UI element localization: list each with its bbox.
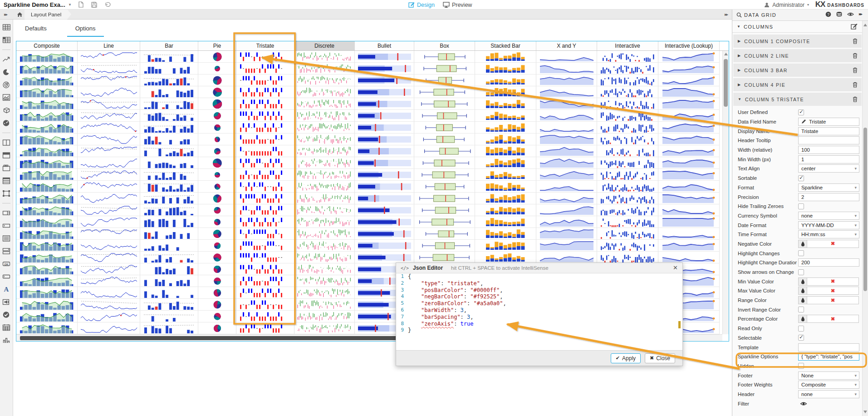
composite-sparkline-cell[interactable]	[16, 204, 78, 216]
tristate-sparkline-cell[interactable]	[236, 204, 294, 216]
line-sparkline-cell[interactable]	[78, 322, 140, 334]
pie-sparkline-cell[interactable]	[198, 51, 236, 63]
interactive-sparkline-cell[interactable]	[597, 98, 658, 110]
bullet-sparkline-cell[interactable]	[355, 157, 414, 169]
tristate-sparkline-cell[interactable]	[236, 252, 294, 263]
interactive-sparkline-cell[interactable]	[597, 157, 658, 169]
discrete-sparkline-cell[interactable]	[294, 263, 355, 275]
user-defined-checkbox[interactable]	[798, 109, 804, 115]
list-box-icon[interactable]	[1, 234, 11, 243]
bar-sparkline-cell[interactable]	[140, 263, 198, 275]
discrete-sparkline-cell[interactable]	[294, 134, 355, 145]
xy-sparkline-cell[interactable]	[536, 51, 597, 63]
tristate-sparkline-cell[interactable]	[236, 74, 294, 86]
check-toggle-icon[interactable]	[1, 310, 11, 319]
dashboard-title[interactable]: Sparkline Demo Exa...	[4, 1, 65, 8]
pie-sparkline-cell[interactable]	[198, 98, 236, 110]
pie-chart-icon[interactable]	[1, 68, 11, 77]
column-header-interactive-lookup-[interactable]: Interactive (Lookup)	[658, 41, 720, 50]
cube-chart-icon[interactable]	[1, 106, 11, 115]
accordion-icon[interactable]	[1, 176, 11, 185]
discrete-sparkline-cell[interactable]	[294, 110, 355, 122]
lookup-sparkline-cell[interactable]	[658, 145, 720, 157]
data-source-icon[interactable]	[836, 11, 842, 17]
delete-column-icon[interactable]	[853, 67, 858, 75]
xy-sparkline-cell[interactable]	[536, 134, 597, 145]
pie-sparkline-cell[interactable]	[198, 252, 236, 263]
xy-sparkline-cell[interactable]	[536, 98, 597, 110]
discrete-sparkline-cell[interactable]	[294, 252, 355, 263]
tab-options[interactable]: Options	[67, 25, 104, 37]
pie-sparkline-cell[interactable]	[198, 204, 236, 216]
line-sparkline-cell[interactable]	[78, 275, 140, 287]
column-header-pie[interactable]: Pie	[198, 41, 236, 50]
bullet-sparkline-cell[interactable]	[355, 204, 414, 216]
bar-sparkline-cell[interactable]	[140, 275, 198, 287]
header-panel-icon[interactable]	[1, 151, 11, 160]
xy-sparkline-cell[interactable]	[536, 110, 597, 122]
line-sparkline-cell[interactable]	[78, 110, 140, 122]
lookup-sparkline-cell[interactable]	[658, 169, 720, 181]
xy-sparkline-cell[interactable]	[536, 63, 597, 74]
interactive-sparkline-cell[interactable]	[597, 51, 658, 63]
dropdown-icon[interactable]	[1, 208, 11, 218]
delete-column-icon[interactable]	[853, 96, 858, 104]
panel-scrollbar[interactable]	[862, 21, 868, 416]
stackedbar-sparkline-cell[interactable]	[475, 169, 536, 181]
stackedbar-sparkline-cell[interactable]	[475, 63, 536, 74]
pie-sparkline-cell[interactable]	[198, 74, 236, 86]
discrete-sparkline-cell[interactable]	[294, 216, 355, 228]
composite-sparkline-cell[interactable]	[16, 157, 78, 169]
scroll-up-icon[interactable]	[724, 53, 728, 55]
negative-color-droplet-icon[interactable]	[798, 240, 807, 248]
panel-scroll-thumb[interactable]	[863, 128, 867, 291]
bar-sparkline-cell[interactable]	[140, 157, 198, 169]
text-input-icon[interactable]	[1, 272, 11, 281]
new-dashboard-icon[interactable]	[78, 1, 84, 8]
bar-sparkline-cell[interactable]	[140, 74, 198, 86]
bullet-sparkline-cell[interactable]	[355, 252, 414, 263]
composite-sparkline-cell[interactable]	[16, 145, 78, 157]
interactive-sparkline-cell[interactable]	[597, 110, 658, 122]
lookup-sparkline-cell[interactable]	[658, 110, 720, 122]
tristate-sparkline-cell[interactable]	[236, 51, 294, 63]
data-grid-icon[interactable]	[1, 23, 11, 32]
line-sparkline-cell[interactable]	[78, 169, 140, 181]
discrete-sparkline-cell[interactable]	[294, 299, 355, 311]
xy-sparkline-cell[interactable]	[536, 228, 597, 240]
bar-sparkline-cell[interactable]	[140, 110, 198, 122]
lookup-sparkline-cell[interactable]	[658, 193, 720, 204]
interactive-sparkline-cell[interactable]	[597, 181, 658, 193]
bullet-sparkline-cell[interactable]	[355, 181, 414, 193]
panel-scroll-up-icon[interactable]	[863, 24, 867, 26]
stackedbar-sparkline-cell[interactable]	[475, 252, 536, 263]
tristate-sparkline-cell[interactable]	[236, 240, 294, 252]
filter-eye-icon[interactable]	[800, 401, 807, 406]
discrete-sparkline-cell[interactable]	[294, 169, 355, 181]
line-sparkline-cell[interactable]	[78, 228, 140, 240]
bar-sparkline-cell[interactable]	[140, 193, 198, 204]
footer-weights-select[interactable]: Composite	[798, 381, 859, 389]
stackedbar-sparkline-cell[interactable]	[475, 204, 536, 216]
invert-range-color-checkbox[interactable]	[798, 307, 804, 312]
tab-defaults[interactable]: Defaults	[25, 25, 47, 37]
box-sparkline-cell[interactable]	[414, 169, 475, 181]
interactive-sparkline-cell[interactable]	[597, 63, 658, 74]
stackedbar-sparkline-cell[interactable]	[475, 216, 536, 228]
discrete-sparkline-cell[interactable]	[294, 122, 355, 134]
interactive-sparkline-cell[interactable]	[597, 193, 658, 204]
canvas-icon[interactable]	[1, 189, 11, 198]
box-sparkline-cell[interactable]	[414, 110, 475, 122]
discrete-sparkline-cell[interactable]	[294, 322, 355, 334]
discrete-sparkline-cell[interactable]	[294, 98, 355, 110]
composite-sparkline-cell[interactable]	[16, 193, 78, 204]
line-sparkline-cell[interactable]	[78, 181, 140, 193]
line-chart-icon[interactable]	[1, 55, 11, 64]
pie-sparkline-cell[interactable]	[198, 134, 236, 145]
grid-vertical-scrollbar[interactable]	[722, 51, 729, 334]
bar-sparkline-cell[interactable]	[140, 51, 198, 63]
line-sparkline-cell[interactable]	[78, 252, 140, 263]
columns-section-header[interactable]: ▼ COLUMNS	[732, 21, 862, 33]
stackedbar-sparkline-cell[interactable]	[475, 145, 536, 157]
discrete-sparkline-cell[interactable]	[294, 275, 355, 287]
